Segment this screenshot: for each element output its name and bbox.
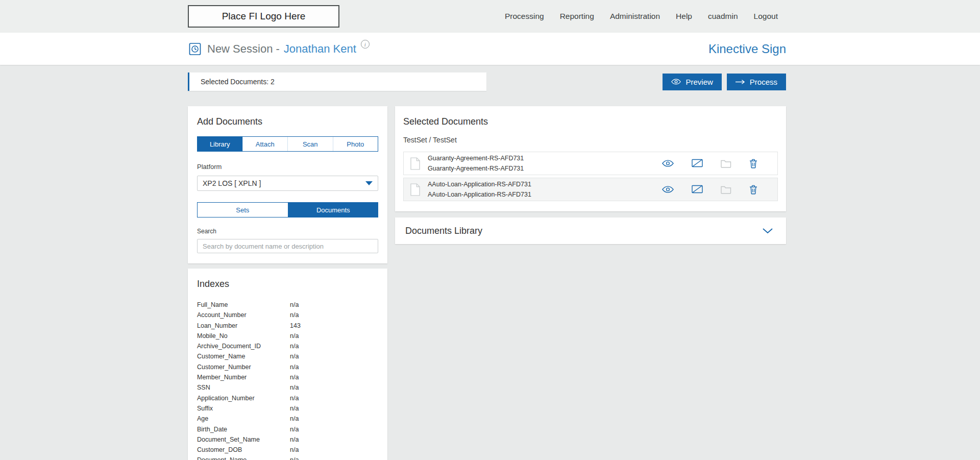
platform-dropdown[interactable]: XP2 LOS [ XPLN ] bbox=[197, 176, 378, 191]
view-document-icon[interactable] bbox=[662, 160, 674, 167]
session-header: New Session - Jonathan Kent i Kinective … bbox=[0, 33, 980, 65]
indexes-title: Indexes bbox=[197, 279, 378, 289]
document-row[interactable]: Guaranty-Agreement-RS-AFD731 Guaranty-Ag… bbox=[403, 152, 778, 175]
left-column: Add Documents Library Attach Scan Photo … bbox=[188, 106, 387, 460]
nav-item-reporting[interactable]: Reporting bbox=[560, 12, 594, 21]
document-file-icon bbox=[410, 183, 420, 196]
index-value: n/a bbox=[290, 351, 299, 361]
fi-logo-placeholder[interactable]: Place FI Logo Here bbox=[188, 5, 339, 28]
index-label: Account_Number bbox=[197, 310, 290, 320]
index-row: Document_Set_Namen/a bbox=[197, 434, 378, 445]
index-value: n/a bbox=[290, 300, 299, 310]
right-column: Selected Documents TestSet / TestSet Gua… bbox=[395, 106, 786, 244]
index-value: n/a bbox=[290, 455, 299, 460]
toggle-sets[interactable]: Sets bbox=[197, 202, 288, 217]
document-search-input[interactable] bbox=[197, 239, 378, 253]
add-documents-panel: Add Documents Library Attach Scan Photo … bbox=[188, 106, 387, 263]
session-user-link[interactable]: Jonathan Kent bbox=[284, 42, 356, 56]
preview-button[interactable]: Preview bbox=[663, 74, 721, 90]
top-navigation-bar: Place FI Logo Here Processing Reporting … bbox=[0, 0, 980, 33]
view-document-icon[interactable] bbox=[662, 186, 674, 193]
index-value: n/a bbox=[290, 445, 299, 455]
chevron-down-icon[interactable] bbox=[763, 228, 773, 234]
indexes-panel: Indexes Full_Namen/a Account_Numbern/a L… bbox=[188, 269, 387, 460]
index-value: n/a bbox=[290, 382, 299, 393]
index-row: Mobile_Non/a bbox=[197, 331, 378, 341]
index-value: n/a bbox=[290, 403, 299, 414]
nav-item-processing[interactable]: Processing bbox=[505, 12, 544, 21]
index-row: SSNn/a bbox=[197, 382, 378, 393]
index-row: Agen/a bbox=[197, 414, 378, 424]
folder-icon[interactable] bbox=[721, 159, 731, 168]
index-label: SSN bbox=[197, 382, 290, 393]
index-row: Application_Numbern/a bbox=[197, 393, 378, 403]
delete-document-icon[interactable] bbox=[749, 185, 757, 195]
fi-logo-text: Place FI Logo Here bbox=[222, 11, 306, 22]
content-columns: Add Documents Library Attach Scan Photo … bbox=[188, 106, 980, 460]
selected-document-rows: Guaranty-Agreement-RS-AFD731 Guaranty-Ag… bbox=[403, 152, 778, 201]
index-label: Document_Set_Name bbox=[197, 434, 290, 445]
index-value: n/a bbox=[290, 434, 299, 445]
index-row: Customer_Namen/a bbox=[197, 351, 378, 361]
tab-attach[interactable]: Attach bbox=[242, 137, 288, 151]
sets-documents-toggle: Sets Documents bbox=[197, 202, 378, 217]
add-documents-title: Add Documents bbox=[197, 116, 378, 127]
platform-label: Platform bbox=[197, 163, 378, 171]
signature-pad-unavailable-icon[interactable] bbox=[692, 159, 703, 168]
delete-document-icon[interactable] bbox=[749, 159, 757, 168]
index-row: Account_Numbern/a bbox=[197, 310, 378, 320]
index-value: n/a bbox=[290, 362, 299, 372]
index-value: n/a bbox=[290, 331, 299, 341]
folder-icon[interactable] bbox=[721, 185, 731, 194]
session-title-text: New Session - bbox=[207, 42, 280, 56]
document-actions bbox=[662, 159, 771, 168]
nav-item-username[interactable]: cuadmin bbox=[708, 12, 738, 21]
process-button[interactable]: Process bbox=[727, 74, 786, 90]
document-name-line1: Guaranty-Agreement-RS-AFD731 bbox=[428, 155, 524, 162]
index-value: n/a bbox=[290, 341, 299, 351]
index-value: n/a bbox=[290, 424, 299, 434]
tab-photo[interactable]: Photo bbox=[333, 137, 378, 151]
tab-library[interactable]: Library bbox=[198, 137, 242, 151]
document-row[interactable]: AAuto-Loan-Application-RS-AFD731 AAuto-L… bbox=[403, 178, 778, 201]
documents-library-panel[interactable]: Documents Library bbox=[395, 217, 786, 244]
index-value: n/a bbox=[290, 372, 299, 382]
signature-pad-unavailable-icon[interactable] bbox=[692, 185, 703, 194]
preview-button-label: Preview bbox=[685, 78, 713, 86]
index-label: Suffix bbox=[197, 403, 290, 414]
nav-item-help[interactable]: Help bbox=[676, 12, 692, 21]
index-label: Application_Number bbox=[197, 393, 290, 403]
index-row: Document_Namen/a bbox=[197, 455, 378, 460]
document-name-line2: AAuto-Loan-Application-RS-AFD731 bbox=[428, 191, 531, 198]
index-row: Full_Namen/a bbox=[197, 300, 378, 310]
index-row: Loan_Number143 bbox=[197, 321, 378, 331]
document-name-line2: Guaranty-Agreement-RS-AFD731 bbox=[428, 165, 524, 172]
session-title: New Session - Jonathan Kent i bbox=[189, 42, 370, 56]
search-label: Search bbox=[197, 228, 378, 235]
index-label: Loan_Number bbox=[197, 321, 290, 331]
index-row: Member_Numbern/a bbox=[197, 372, 378, 382]
platform-dropdown-value: XP2 LOS [ XPLN ] bbox=[203, 179, 261, 187]
index-label: Customer_Number bbox=[197, 362, 290, 372]
arrow-right-icon bbox=[736, 79, 745, 85]
tab-scan[interactable]: Scan bbox=[287, 137, 333, 151]
nav-item-administration[interactable]: Administration bbox=[610, 12, 660, 21]
selected-documents-count: Selected Documents: 2 bbox=[201, 78, 275, 86]
index-label: Customer_Name bbox=[197, 351, 290, 361]
nav-item-logout[interactable]: Logout bbox=[754, 12, 778, 21]
index-label: Age bbox=[197, 414, 290, 424]
page: Place FI Logo Here Processing Reporting … bbox=[0, 0, 980, 460]
document-name-line1: AAuto-Loan-Application-RS-AFD731 bbox=[428, 181, 531, 188]
brand-title: Kinective Sign bbox=[708, 42, 786, 56]
index-label: Member_Number bbox=[197, 372, 290, 382]
top-nav-links: Processing Reporting Administration Help… bbox=[505, 12, 778, 21]
index-row: Suffixn/a bbox=[197, 403, 378, 414]
toggle-documents[interactable]: Documents bbox=[288, 202, 379, 217]
new-session-icon bbox=[189, 42, 201, 56]
index-label: Archive_Document_ID bbox=[197, 341, 290, 351]
selected-documents-panel: Selected Documents TestSet / TestSet Gua… bbox=[395, 106, 786, 211]
action-row: Selected Documents: 2 Preview bbox=[188, 72, 786, 91]
index-row: Customer_DOBn/a bbox=[197, 445, 378, 455]
index-label: Full_Name bbox=[197, 300, 290, 310]
info-icon[interactable]: i bbox=[361, 40, 370, 49]
